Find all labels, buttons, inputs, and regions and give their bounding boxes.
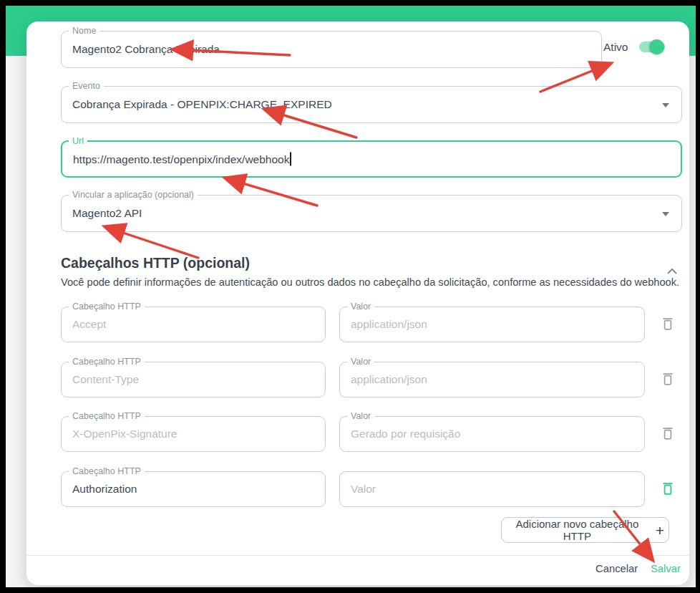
header-value-placeholder: Gerado por requisição xyxy=(351,428,460,440)
header-name-label: Cabeçalho HTTP xyxy=(69,301,145,313)
header-name-field[interactable]: Cabeçalho HTTP Content-Type xyxy=(61,362,326,397)
ativo-label: Ativo xyxy=(603,41,628,54)
header-name-field[interactable]: Cabeçalho HTTP Accept xyxy=(61,307,326,342)
header-name-field[interactable]: Cabeçalho HTTP Authorization xyxy=(61,471,326,507)
collapse-section-button[interactable] xyxy=(664,264,680,279)
header-name-field[interactable]: Cabeçalho HTTP X-OpenPix-Signature xyxy=(61,416,326,452)
headers-section-title: Cabeçalhos HTTP (opcional) xyxy=(61,255,250,271)
header-value-placeholder: application/json xyxy=(351,373,427,386)
trash-icon xyxy=(659,370,676,387)
chevron-up-icon xyxy=(664,264,680,279)
evento-label: Evento xyxy=(69,80,104,92)
delete-header-button[interactable] xyxy=(658,480,677,498)
header-name-label: Cabeçalho HTTP xyxy=(69,466,145,478)
header-value-field[interactable]: Valor xyxy=(339,471,645,507)
header-name-placeholder: Content-Type xyxy=(72,373,139,386)
nome-label: Nome xyxy=(69,25,99,37)
trash-icon xyxy=(659,425,676,442)
header-name-label: Cabeçalho HTTP xyxy=(69,410,145,423)
url-label: Url xyxy=(69,135,87,148)
nome-field[interactable]: Nome Magento2 Cobrança Expirada xyxy=(61,31,602,68)
header-value-field[interactable]: Valor application/json xyxy=(339,362,645,397)
evento-select[interactable]: Evento Cobrança Expirada - OPENPIX:CHARG… xyxy=(61,86,682,123)
toggle-knob xyxy=(649,39,664,54)
header-name-label: Cabeçalho HTTP xyxy=(69,356,145,368)
add-header-button[interactable]: Adicionar novo cabeçalho HTTP + xyxy=(501,517,669,543)
header-name-placeholder: X-OpenPix-Signature xyxy=(72,428,177,440)
add-header-label: Adicionar novo cabeçalho HTTP xyxy=(506,518,648,542)
plus-icon: + xyxy=(656,523,664,538)
header-name-value: Authorization xyxy=(72,483,137,496)
delete-header-button[interactable] xyxy=(658,425,677,443)
delete-header-button[interactable] xyxy=(658,370,677,389)
text-cursor xyxy=(290,153,291,166)
nome-value: Magento2 Cobrança Expirada xyxy=(72,43,220,56)
header-value-label: Valor xyxy=(347,410,374,423)
dropdown-arrow-icon xyxy=(662,103,669,107)
header-value-field[interactable]: Valor application/json xyxy=(339,307,645,342)
footer-divider xyxy=(26,555,689,556)
cancel-button[interactable]: Cancelar xyxy=(596,563,638,574)
save-button[interactable]: Salvar xyxy=(651,563,681,574)
evento-value: Cobrança Expirada - OPENPIX:CHARGE_EXPIR… xyxy=(72,98,332,111)
headers-section-description: Você pode definir informações de autenti… xyxy=(61,276,679,288)
url-field[interactable]: Url https://magento.test/openpix/index/w… xyxy=(61,140,682,178)
header-value-label: Valor xyxy=(347,356,374,368)
dropdown-arrow-icon xyxy=(662,212,669,216)
screenshot-frame: Nome Magento2 Cobrança Expirada Ativo Ev… xyxy=(0,0,700,593)
delete-header-button[interactable] xyxy=(658,315,677,334)
header-value-placeholder: application/json xyxy=(351,318,427,331)
header-value-field[interactable]: Valor Gerado por requisição xyxy=(339,416,645,452)
vincular-label: Vincular a aplicação (opcional) xyxy=(69,189,198,201)
trash-icon xyxy=(659,315,676,332)
ativo-toggle[interactable] xyxy=(639,42,665,52)
url-value: https://magento.test/openpix/index/webho… xyxy=(73,153,291,166)
header-value-placeholder: Valor xyxy=(351,483,376,496)
header-name-placeholder: Accept xyxy=(72,318,106,331)
vincular-select[interactable]: Vincular a aplicação (opcional) Magento2… xyxy=(61,195,682,232)
trash-icon xyxy=(659,480,676,497)
vincular-value: Magento2 API xyxy=(72,207,142,220)
header-value-label: Valor xyxy=(347,301,374,313)
